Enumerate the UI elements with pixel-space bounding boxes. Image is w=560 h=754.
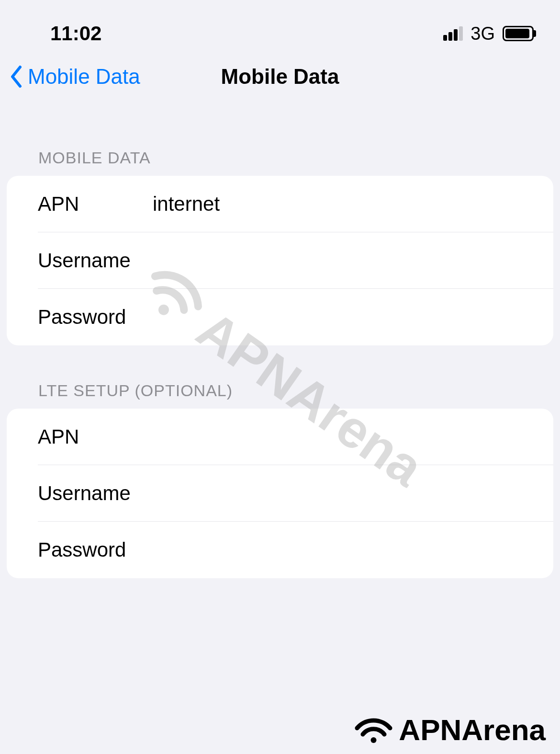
footer-text: APNArena (399, 713, 546, 747)
label-lte-password: Password (38, 538, 153, 561)
battery-icon (503, 26, 534, 41)
status-indicators: 3G (443, 23, 534, 44)
input-apn[interactable] (153, 193, 553, 216)
settings-group-lte: APN Username Password (7, 409, 553, 578)
row-lte-password[interactable]: Password (7, 522, 553, 578)
input-username[interactable] (153, 249, 553, 272)
network-type: 3G (470, 23, 495, 44)
label-lte-apn: APN (38, 425, 153, 448)
row-password[interactable]: Password (7, 289, 553, 345)
input-lte-password[interactable] (153, 538, 553, 561)
section-header-mobile-data: MOBILE DATA (0, 149, 560, 176)
chevron-back-icon (10, 65, 24, 88)
row-lte-apn[interactable]: APN (7, 409, 553, 465)
navigation-bar: Mobile Data Mobile Data (0, 50, 560, 113)
page-title: Mobile Data (221, 65, 339, 89)
footer-logo: APNArena (353, 713, 546, 747)
input-lte-username[interactable] (153, 482, 553, 505)
label-username: Username (38, 249, 153, 272)
back-label: Mobile Data (28, 65, 140, 89)
label-password: Password (38, 306, 153, 329)
input-lte-apn[interactable] (153, 425, 553, 448)
signal-icon (443, 26, 463, 41)
label-apn: APN (38, 193, 153, 216)
section-header-lte: LTE SETUP (OPTIONAL) (0, 381, 560, 409)
row-apn[interactable]: APN (7, 176, 553, 232)
status-bar: 11:02 3G (0, 0, 560, 50)
row-username[interactable]: Username (7, 232, 553, 289)
row-lte-username[interactable]: Username (7, 465, 553, 522)
settings-group-mobile-data: APN Username Password (7, 176, 553, 345)
input-password[interactable] (153, 306, 553, 329)
back-button[interactable]: Mobile Data (10, 65, 140, 89)
wifi-icon (353, 715, 394, 745)
status-time: 11:02 (50, 22, 101, 45)
label-lte-username: Username (38, 482, 153, 505)
svg-point-1 (371, 737, 377, 743)
